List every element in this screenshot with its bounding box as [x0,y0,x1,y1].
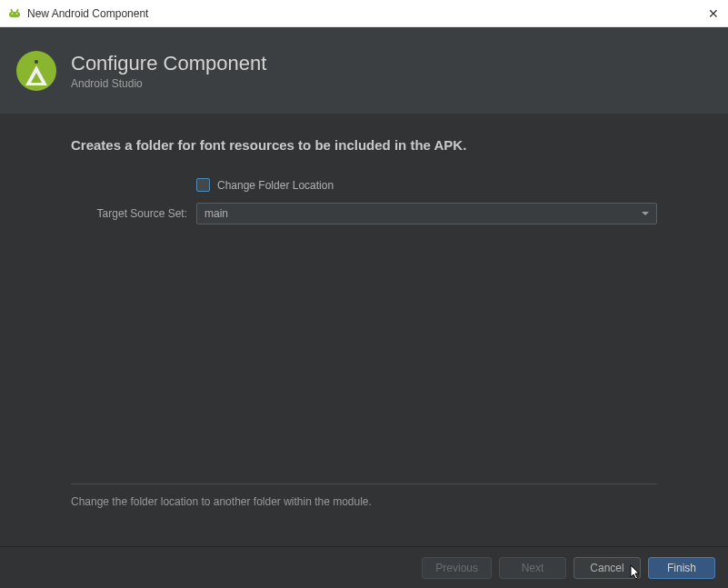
cancel-button[interactable]: Cancel [573,557,641,579]
change-folder-location-checkbox[interactable] [196,178,210,192]
android-studio-logo-icon [16,51,56,91]
wizard-header: Configure Component Android Studio [0,27,728,114]
svg-point-4 [16,13,18,15]
window-titlebar[interactable]: New Android Component ✕ [0,0,728,27]
svg-rect-0 [9,12,20,17]
hint-text: Change the folder location to another fo… [71,495,657,508]
target-source-set-label: Target Source Set: [71,207,196,220]
page-heading: Creates a folder for font resources to b… [71,137,657,153]
window-title: New Android Component [27,7,148,20]
finish-button[interactable]: Finish [648,557,715,579]
divider [71,483,657,484]
change-folder-location-label: Change Folder Location [217,179,334,192]
previous-button[interactable]: Previous [422,557,492,579]
wizard-title: Configure Component [71,52,266,75]
wizard-footer: Previous Next Cancel Finish [0,546,728,588]
next-button[interactable]: Next [499,557,566,579]
chevron-down-icon [642,212,649,215]
wizard-body: Creates a folder for font resources to b… [0,114,728,546]
svg-point-3 [12,13,14,15]
target-source-set-value: main [204,207,228,220]
close-icon[interactable]: ✕ [708,6,719,21]
android-studio-icon [7,6,22,21]
wizard-subtitle: Android Studio [71,77,266,90]
target-source-set-select[interactable]: main [196,203,657,224]
